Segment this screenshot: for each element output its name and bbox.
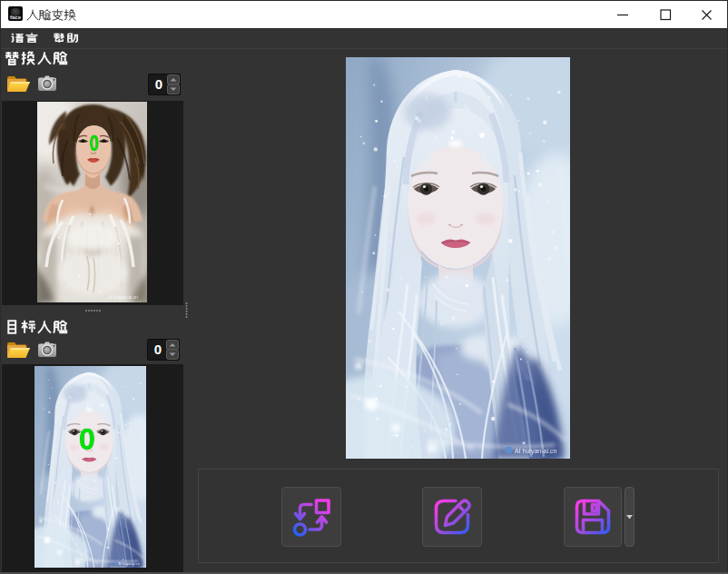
svg-text:AI huiyan-ai.cn: AI huiyan-ai.cn xyxy=(108,294,138,300)
svg-text:AI huiyan-ai.cn: AI huiyan-ai.cn xyxy=(515,448,556,455)
